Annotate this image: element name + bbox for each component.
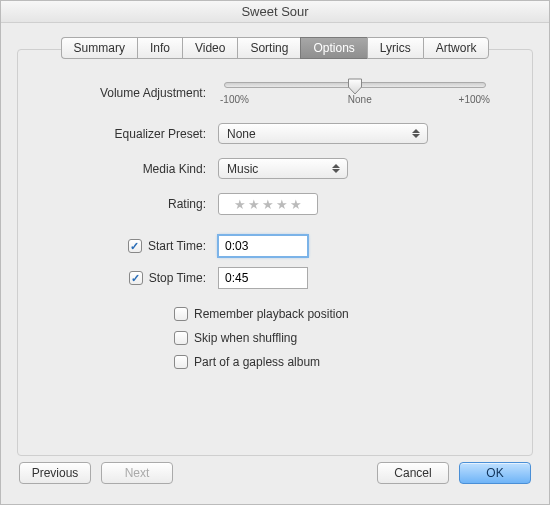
star-icon: ★: [276, 197, 288, 212]
select-stepper-icon: [329, 161, 343, 177]
window-titlebar: Sweet Sour: [1, 1, 549, 23]
media-kind-label: Media Kind:: [58, 162, 218, 176]
window: Sweet Sour Summary Info Video Sorting Op…: [0, 0, 550, 505]
star-icon: ★: [262, 197, 274, 212]
media-kind-value: Music: [227, 162, 258, 176]
select-stepper-icon: [409, 126, 423, 142]
rating-control[interactable]: ★ ★ ★ ★ ★: [218, 193, 318, 215]
rating-label: Rating:: [58, 197, 218, 211]
tab-bar: Summary Info Video Sorting Options Lyric…: [17, 37, 533, 59]
gapless-checkbox[interactable]: [174, 355, 188, 369]
tab-lyrics[interactable]: Lyrics: [367, 37, 423, 59]
start-time-input[interactable]: [218, 235, 308, 257]
ok-button[interactable]: OK: [459, 462, 531, 484]
tab-info[interactable]: Info: [137, 37, 182, 59]
media-kind-select[interactable]: Music: [218, 158, 348, 179]
equalizer-value: None: [227, 127, 256, 141]
options-panel: Volume Adjustment:: [17, 49, 533, 456]
volume-slider[interactable]: -100% None +100%: [218, 80, 492, 105]
start-time-label: Start Time:: [148, 239, 206, 253]
previous-button[interactable]: Previous: [19, 462, 91, 484]
content-area: Summary Info Video Sorting Options Lyric…: [1, 23, 549, 456]
tab-options[interactable]: Options: [300, 37, 366, 59]
stop-time-input[interactable]: [218, 267, 308, 289]
skip-shuffling-checkbox[interactable]: [174, 331, 188, 345]
stop-time-label: Stop Time:: [149, 271, 206, 285]
next-button[interactable]: Next: [101, 462, 173, 484]
volume-label: Volume Adjustment:: [58, 86, 218, 100]
volume-slider-thumb[interactable]: [348, 78, 363, 95]
cancel-button[interactable]: Cancel: [377, 462, 449, 484]
stop-time-checkbox[interactable]: [129, 271, 143, 285]
star-icon: ★: [290, 197, 302, 212]
equalizer-select[interactable]: None: [218, 123, 428, 144]
window-title: Sweet Sour: [241, 4, 308, 19]
equalizer-label: Equalizer Preset:: [58, 127, 218, 141]
footer: Previous Next Cancel OK: [1, 456, 549, 504]
volume-tick-max: +100%: [459, 94, 490, 105]
remember-position-checkbox[interactable]: [174, 307, 188, 321]
skip-shuffling-label: Skip when shuffling: [194, 331, 297, 345]
tab-video[interactable]: Video: [182, 37, 237, 59]
remember-position-label: Remember playback position: [194, 307, 349, 321]
gapless-label: Part of a gapless album: [194, 355, 320, 369]
volume-tick-mid: None: [348, 94, 372, 105]
start-time-checkbox[interactable]: [128, 239, 142, 253]
tab-summary[interactable]: Summary: [61, 37, 137, 59]
volume-tick-min: -100%: [220, 94, 249, 105]
tab-sorting[interactable]: Sorting: [237, 37, 300, 59]
tab-artwork[interactable]: Artwork: [423, 37, 490, 59]
star-icon: ★: [248, 197, 260, 212]
star-icon: ★: [234, 197, 246, 212]
